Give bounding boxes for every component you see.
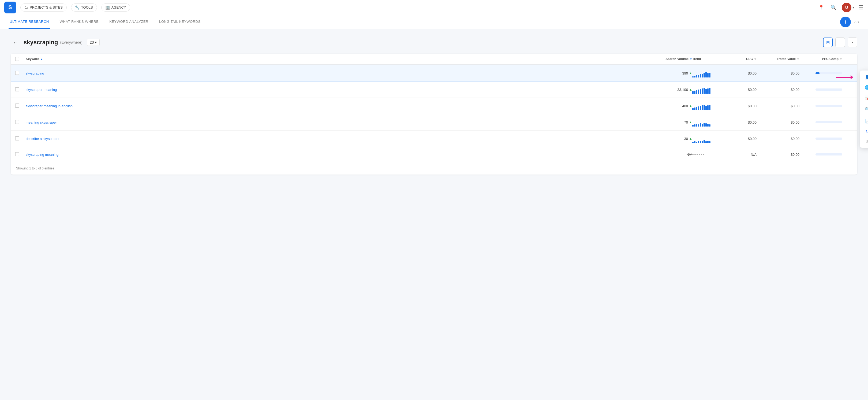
location-icon-btn[interactable]: 📍: [817, 3, 825, 11]
ppc-comp-sort-icon[interactable]: ▼: [840, 58, 842, 61]
row2-keyword[interactable]: skyscraper meaning: [26, 88, 649, 92]
search-icon: 🔍: [865, 107, 868, 112]
search-title: skyscraping: [24, 39, 58, 46]
dot: [699, 154, 700, 155]
row3-trend: [692, 102, 724, 110]
row1-volume-arrow: ▲: [689, 71, 692, 75]
search-icon-btn[interactable]: 🔍: [830, 3, 837, 11]
keyword-sort-icon[interactable]: ▲: [40, 58, 43, 61]
nav-tools[interactable]: 🔧 TOOLS: [71, 3, 97, 11]
bar: [696, 75, 698, 78]
row5-more-btn[interactable]: ⋮: [842, 135, 850, 142]
row5-traffic-value: $0.00: [756, 137, 799, 141]
row2-cpc: $0.00: [724, 88, 756, 92]
nav-agency[interactable]: 🏢 AGENCY: [101, 3, 130, 11]
row5-cpc: $0.00: [724, 137, 756, 141]
tab-ultimate-research[interactable]: ULTIMATE RESEARCH: [8, 15, 50, 29]
th-cpc: CPC ▼: [724, 57, 756, 61]
bar: [692, 91, 693, 94]
row3-checkbox[interactable]: [15, 104, 26, 109]
bar: [692, 125, 693, 126]
bar: [707, 124, 709, 126]
tab-long-tail-keywords[interactable]: LONG TAIL KEYWORDS: [158, 15, 202, 29]
row5-checkbox[interactable]: [15, 136, 26, 141]
bar: [709, 124, 711, 126]
row4-cpc: $0.00: [724, 120, 756, 124]
row2-search-volume: 33,100 ▲: [649, 88, 692, 92]
row6-search-volume: N/A: [649, 152, 692, 156]
row5-trend: [692, 134, 724, 143]
bar: [702, 105, 703, 110]
select-all-checkbox[interactable]: [15, 57, 19, 61]
bar: [698, 75, 699, 78]
row4-keyword[interactable]: meaning skyscraper: [26, 120, 649, 124]
search-volume-sort-icon[interactable]: ▼: [689, 58, 692, 61]
arrow-annotation: [836, 75, 853, 79]
row3-volume-arrow: ▲: [689, 104, 692, 108]
menu-google-search[interactable]: G Google Search: [860, 126, 868, 136]
tab-what-ranks-where[interactable]: WHAT RANKS WHERE: [59, 15, 100, 29]
bar: [704, 105, 705, 110]
menu-view-trends-graph[interactable]: 📊 View Trends Graph: [860, 92, 868, 103]
columns-btn[interactable]: ⫼: [835, 37, 845, 47]
avatar-wrap[interactable]: U ▾: [842, 3, 854, 12]
menu-get-long-tail[interactable]: 📄 Get Long Tail Keywords: [860, 116, 868, 126]
menu-check-related-domains[interactable]: 🔍 Check for Related Keyword Domains: [860, 103, 868, 116]
row6-more-btn[interactable]: ⋮: [842, 151, 850, 158]
bar: [705, 89, 707, 94]
bar: [707, 88, 709, 94]
row5-keyword[interactable]: describe a skyscraper: [26, 137, 649, 141]
row1-checkbox[interactable]: [15, 71, 26, 76]
row2-checkbox[interactable]: [15, 87, 26, 92]
menu-launch-keyword-analyzer[interactable]: 👤 Launch Keyword Analyzer: [860, 72, 868, 82]
bar: [702, 141, 703, 143]
bar: [709, 88, 711, 94]
add-column-btn[interactable]: ⊞: [823, 37, 833, 47]
analyzer-icon: 👤: [865, 75, 868, 80]
table-head: Keyword ▲ Search Volume ▼ Trend CPC ▼ Tr…: [11, 54, 857, 65]
row4-more-btn[interactable]: ⋮: [842, 118, 850, 126]
row3-more-btn[interactable]: ⋮: [842, 102, 850, 110]
add-button[interactable]: +: [840, 17, 851, 27]
back-button[interactable]: ←: [11, 38, 20, 47]
traffic-value-sort-icon[interactable]: ▼: [797, 58, 799, 61]
hamburger-btn[interactable]: ☰: [858, 4, 864, 11]
bar: [696, 107, 698, 110]
more-options-btn[interactable]: ⋮: [848, 37, 857, 47]
bar: [692, 108, 693, 110]
result-count-selector[interactable]: 20 ▾: [87, 39, 100, 46]
tab-keyword-analyzer[interactable]: KEYWORD ANALYZER: [108, 15, 150, 29]
row1-search-volume: 390 ▲: [649, 71, 692, 75]
dot: [696, 154, 698, 155]
row4-search-volume: 70 ▲: [649, 120, 692, 124]
row4-volume-arrow: ▲: [689, 120, 692, 124]
th-trend: Trend: [692, 57, 724, 61]
bar: [698, 89, 699, 94]
bar: [705, 141, 707, 143]
row6-checkbox[interactable]: [15, 152, 26, 157]
bar: [702, 124, 703, 126]
row5-ppc-comp: [799, 138, 842, 140]
row2-more-btn[interactable]: ⋮: [842, 86, 850, 93]
table-row: skyscraper meaning in english 480 ▲: [11, 98, 857, 114]
bar: [700, 74, 701, 78]
row4-checkbox[interactable]: [15, 120, 26, 125]
bar: [709, 73, 711, 78]
menu-search-volume-country[interactable]: 🌐 Search Volume per Country: [860, 82, 868, 92]
main-content: ← skyscraping (Everywhere) 20 ▾ ⊞ ⫼ ⋮ Ke…: [0, 29, 868, 183]
cpc-sort-icon[interactable]: ▼: [754, 58, 756, 61]
row3-keyword[interactable]: skyscraper meaning in english: [26, 104, 649, 108]
nav-projects-sites[interactable]: 🗂 PROJECTS & SITES: [20, 3, 67, 11]
table-header-row: ← skyscraping (Everywhere) 20 ▾ ⊞ ⫼ ⋮: [11, 37, 857, 47]
bar: [700, 123, 701, 126]
menu-revenue-calculator[interactable]: ⊞ Revenue Calculator: [860, 136, 868, 146]
logo[interactable]: S: [4, 2, 16, 13]
row2-traffic-value: $0.00: [756, 88, 799, 92]
count-badge: 297: [854, 20, 860, 24]
row1-keyword[interactable]: skyscraping: [26, 71, 649, 75]
row4-trend: [692, 118, 724, 126]
row6-keyword[interactable]: skyscraping meaning: [26, 152, 649, 156]
table-row: skyscraping meaning N/A N/A $0.00 ⋮: [11, 147, 857, 162]
sub-nav: ULTIMATE RESEARCH WHAT RANKS WHERE KEYWO…: [0, 15, 868, 29]
bar: [707, 105, 709, 110]
